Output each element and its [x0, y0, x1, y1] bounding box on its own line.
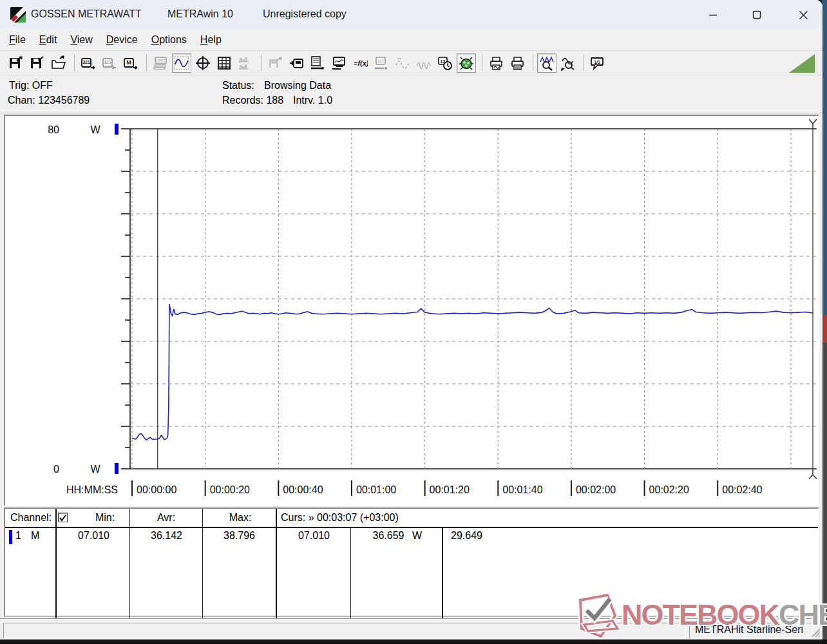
x-tick-label: 00:01:40 [502, 484, 542, 495]
table-divider [55, 509, 57, 618]
annotation-button[interactable]: 1/2 [588, 53, 607, 73]
chart-view-button[interactable] [172, 53, 191, 73]
y-max-label: 80 [48, 124, 59, 135]
zoom-curve-button[interactable] [537, 53, 556, 73]
device-config-button[interactable] [308, 53, 327, 73]
printer-icon [509, 55, 525, 71]
y-unit-label: W [90, 464, 100, 475]
fx-icon: =f(x) [352, 55, 368, 71]
menu-edit[interactable]: Edit [39, 34, 57, 46]
open-file-button[interactable] [49, 53, 68, 73]
svg-text:=f(x): =f(x) [354, 59, 368, 67]
zoom-select-button[interactable] [558, 53, 578, 73]
maximize-button[interactable] [742, 5, 772, 24]
col-header-cursor: Curs: » 00:03:07 (+03:00) [281, 512, 399, 524]
x-tick-label: 00:00:00 [137, 484, 176, 495]
svg-text:1/2: 1/2 [594, 59, 600, 64]
formula-button[interactable]: =f(x) [350, 53, 370, 73]
toolbar-separator [482, 55, 482, 71]
titlebar-brand: GOSSEN METRAWATT [31, 8, 142, 20]
status-value: Browsing Data [264, 80, 331, 91]
col-header-avr: Avr: [144, 512, 189, 524]
resize-grip[interactable] [810, 627, 821, 638]
close-button[interactable] [788, 5, 818, 24]
table-icon [216, 55, 232, 71]
titlebar-app: METRAwin 10 [167, 8, 233, 20]
minimize-button[interactable] [698, 5, 728, 24]
row-mode: M [31, 530, 39, 542]
background-strip-gray [822, 343, 827, 639]
svg-text:1257: 1257 [155, 59, 166, 63]
menu-options[interactable]: Options [151, 34, 187, 46]
pc-interface-button[interactable] [329, 53, 348, 73]
table-view-button[interactable] [214, 53, 234, 73]
statusbar-device-panel: METRAHit Starline-Seri [689, 623, 813, 638]
continuous-measure-button [414, 53, 433, 73]
cursor-marker-bottom[interactable] [809, 469, 817, 479]
print-button[interactable] [508, 53, 527, 73]
cursor-marker-top[interactable] [809, 119, 817, 129]
row-max: 38.796 [212, 530, 267, 542]
toolbar-separator [533, 55, 533, 71]
bottom-statusbar: METRAHit Starline-Seri [0, 618, 822, 639]
signal-strength-triangle-icon [789, 54, 815, 73]
table-divider [202, 509, 203, 618]
table-divider [442, 528, 443, 618]
device-plug-icon [289, 55, 304, 71]
display-stack-icon: 1257 [153, 55, 168, 71]
menu-help[interactable]: Help [200, 34, 222, 46]
status-label: Status: [222, 80, 254, 91]
save-as-button[interactable] [28, 53, 47, 73]
row-delta: 29.649 [451, 530, 482, 542]
device-list-icon [310, 55, 325, 71]
memory-out-icon: M [123, 55, 138, 71]
y-unit-label: W [90, 124, 100, 135]
waveform-line [132, 304, 813, 440]
interval-value: Intrv. 1.0 [293, 95, 332, 106]
save-file-button[interactable] [6, 53, 26, 73]
multi-display-button: 1257 [151, 53, 170, 73]
send-device-button: 321 [100, 53, 119, 73]
table-divider [350, 528, 351, 618]
chart-panel: 00:00:0000:00:2000:00:4000:01:0000:01:20… [4, 115, 819, 506]
x-tick-label: 00:00:20 [210, 484, 250, 495]
menu-device[interactable]: Device [106, 34, 138, 46]
zoom-wave-icon [539, 55, 555, 71]
x-tick-label: 00:02:20 [649, 484, 689, 495]
channel-checkbox[interactable] [58, 513, 68, 522]
time-settings-button[interactable]: 12 [435, 53, 455, 73]
svg-text:M: M [126, 59, 131, 66]
x-axis-format-label: HH:MM:SS [66, 484, 118, 495]
toolbar-separator [261, 55, 261, 71]
read-memory-button[interactable]: M [121, 53, 140, 73]
clock-icon: 12 [437, 55, 453, 71]
x-tick-label: 00:02:40 [722, 484, 762, 495]
scope-view-button[interactable] [193, 53, 213, 73]
floppy-in-icon [30, 55, 45, 71]
titlebar-license: Unregistered copy [263, 8, 347, 20]
measurement-table: Channel: Min: Avr: Max: Curs: » 00:03:07… [4, 507, 819, 617]
menu-file[interactable]: File [9, 34, 26, 46]
menu-view[interactable]: View [70, 34, 92, 46]
background-strip-red [822, 315, 827, 343]
background-strip-blue [822, 0, 827, 315]
live-record-button[interactable] [457, 53, 476, 73]
monitor-icon [331, 55, 347, 71]
device-connect-button[interactable] [287, 53, 306, 73]
col-header-max: Max: [218, 512, 263, 524]
device-name: METRAHit Starline-Seri [690, 623, 812, 636]
floppy-export-icon [267, 55, 283, 71]
svg-text:321: 321 [82, 60, 90, 64]
channel-marker-bottom [115, 463, 119, 474]
y-min-label: 0 [53, 464, 59, 475]
print-chart-button[interactable] [486, 53, 506, 73]
read-device-button[interactable]: 321 [79, 53, 98, 73]
printer-wave-icon [488, 55, 504, 71]
channel-marker-top [115, 124, 119, 135]
table-divider [129, 509, 130, 618]
wave-chart-icon [174, 55, 189, 71]
table-divider [276, 509, 277, 618]
x-tick-label: 00:02:00 [576, 484, 616, 495]
channel-color-marker [9, 530, 12, 544]
row-cursor-b: 36.659 [366, 530, 411, 542]
